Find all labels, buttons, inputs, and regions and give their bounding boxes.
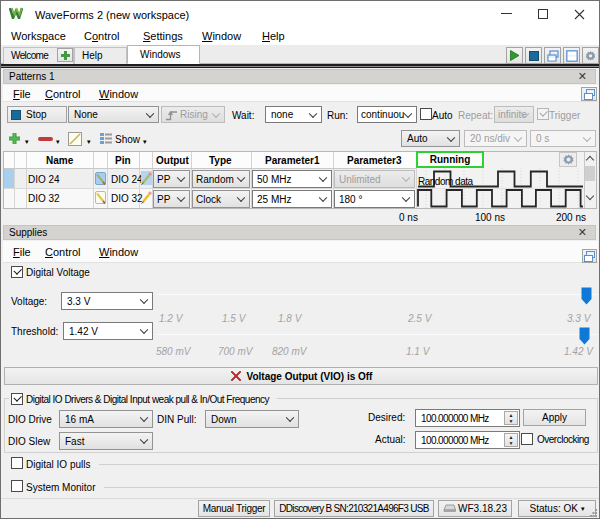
svg-text:Random data: Random data xyxy=(418,176,473,187)
